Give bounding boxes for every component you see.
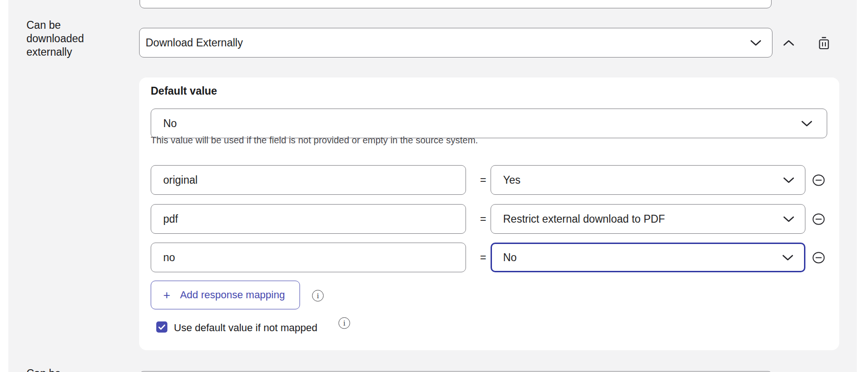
minus-circle-icon [812, 251, 825, 264]
chevron-down-icon [801, 120, 813, 127]
field-label-line: downloaded [26, 32, 128, 45]
chevron-down-icon [783, 176, 795, 184]
chevron-down-icon [782, 254, 794, 261]
mapping-target-select[interactable]: Yes [491, 165, 805, 195]
remove-mapping-button[interactable] [812, 251, 825, 264]
remove-mapping-button[interactable] [812, 174, 825, 186]
minus-circle-icon [812, 213, 825, 225]
next-field-label-partial: Can be [26, 367, 61, 372]
default-value-title: Default value [151, 85, 217, 97]
delete-field-button[interactable] [816, 35, 832, 51]
equals-sign: = [474, 204, 492, 234]
mapping-target-select-focused[interactable]: No [491, 243, 805, 272]
trash-icon [818, 37, 830, 50]
mapping-source-input[interactable] [151, 204, 466, 234]
metadata-mapping-page: Can be downloaded externally Download Ex… [0, 0, 868, 372]
minus-circle-icon [812, 174, 825, 186]
field-label-line: externally [26, 45, 128, 59]
field-label-line: Can be [26, 19, 128, 32]
response-mapping-row: = Yes [151, 165, 828, 195]
use-default-checkbox-label: Use default value if not mapped [174, 322, 317, 334]
mapping-target-select[interactable]: Restrict external download to PDF [491, 204, 805, 234]
source-field-select-value: Download Externally [146, 37, 243, 49]
mapping-target-select-value: Restrict external download to PDF [503, 213, 665, 225]
equals-sign: = [474, 243, 492, 272]
add-response-mapping-button[interactable]: + Add response mapping [151, 281, 300, 309]
use-default-checkbox[interactable] [156, 321, 167, 333]
mapping-source-input[interactable] [151, 165, 466, 195]
mapping-target-select-value: No [503, 251, 517, 264]
remove-mapping-button[interactable] [812, 213, 825, 225]
plus-icon: + [163, 288, 170, 302]
chevron-up-icon [782, 39, 795, 47]
add-response-mapping-label: Add response mapping [180, 289, 285, 301]
collapse-section-button[interactable] [780, 34, 797, 51]
info-icon[interactable]: i [338, 317, 350, 329]
chevron-down-icon [783, 215, 795, 223]
source-field-select[interactable]: Download Externally [139, 28, 772, 58]
info-icon[interactable]: i [312, 290, 324, 301]
mapping-target-select-value: Yes [503, 174, 521, 186]
checkmark-icon [158, 324, 166, 330]
default-value-select[interactable]: No [151, 109, 827, 138]
default-value-helper-text: This value will be used if the field is … [151, 135, 478, 146]
field-settings-card: Default value No This value will be used… [139, 77, 839, 350]
field-label-can-be-downloaded-externally: Can be downloaded externally [26, 19, 128, 59]
default-value-select-value: No [163, 117, 177, 130]
response-mapping-row: = No [151, 243, 828, 272]
equals-sign: = [474, 165, 492, 195]
chevron-down-icon [750, 39, 762, 46]
response-mapping-row: = Restrict external download to PDF [151, 204, 828, 234]
mapping-source-input[interactable] [151, 243, 466, 272]
previous-field-partial[interactable] [140, 0, 772, 8]
